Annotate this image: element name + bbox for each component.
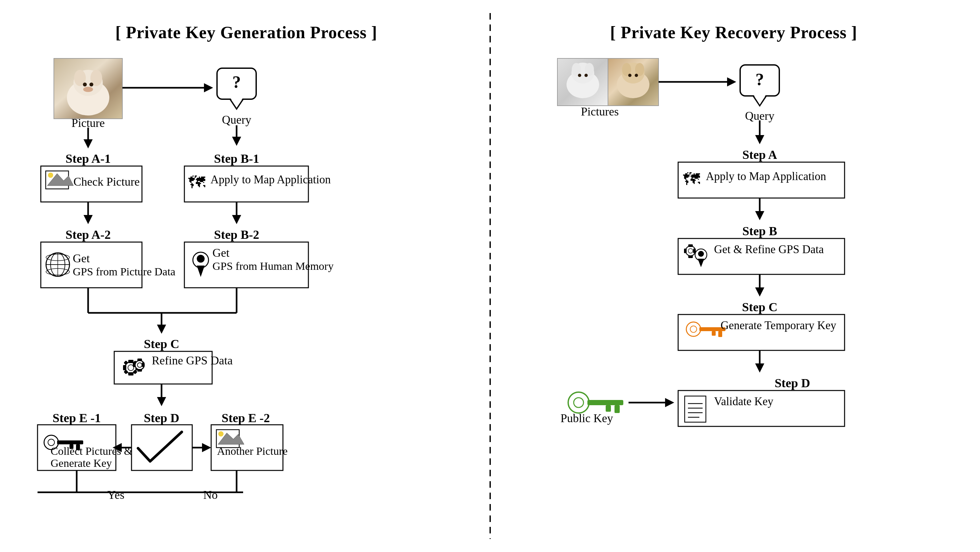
step-c-label: Step C (143, 337, 179, 351)
svg-marker-77 (202, 443, 211, 452)
svg-rect-110 (688, 244, 693, 247)
public-key-label: Public Key (561, 412, 613, 425)
step-b2-label: Step B-2 (214, 228, 259, 242)
svg-marker-118 (755, 288, 764, 297)
svg-marker-63 (157, 397, 166, 406)
svg-point-121 (690, 326, 697, 332)
svg-rect-58 (137, 358, 142, 361)
step-a2-text-line2: GPS from Picture Data (73, 266, 175, 278)
svg-point-8 (83, 87, 93, 92)
right-panel: [ Private Key Recovery Process ] Picture… (494, 13, 974, 539)
svg-point-22 (48, 173, 53, 178)
svg-marker-103 (755, 135, 764, 144)
svg-point-109 (688, 248, 693, 253)
svg-rect-49 (128, 372, 134, 375)
right-step-b-text: Get & Refine GPS Data (714, 243, 824, 256)
svg-point-88 (584, 74, 588, 77)
step-b2-text-line1: Get (212, 246, 229, 259)
left-panel: [ Private Key Generation Process ] (6, 13, 486, 539)
right-step-a-label: Step A (743, 148, 777, 161)
svg-point-95 (635, 74, 638, 77)
step-e2-text: Another Picture (217, 445, 288, 457)
step-a2-text-line1: Get (73, 252, 90, 265)
svg-marker-126 (755, 363, 764, 372)
main-container: [ Private Key Generation Process ] (0, 0, 980, 552)
svg-rect-48 (128, 360, 134, 363)
svg-text:?: ? (756, 70, 764, 89)
svg-point-37 (197, 255, 205, 262)
svg-rect-129 (587, 400, 623, 405)
step-e1-text-line2: Generate Key (51, 457, 112, 469)
svg-point-94 (628, 74, 632, 77)
right-step-d-label: Step D (775, 376, 810, 390)
right-step-c-label: Step C (742, 300, 778, 314)
right-diagram-svg: Pictures ? Query Step A 🗺 Apply to Map A… (538, 55, 929, 528)
svg-rect-130 (614, 405, 620, 413)
yes-label: Yes (107, 488, 124, 501)
svg-rect-135 (685, 396, 706, 422)
svg-rect-124 (712, 331, 716, 336)
svg-rect-112 (684, 248, 687, 253)
step-b1-text: Apply to Map Application (210, 173, 331, 186)
svg-marker-44 (157, 325, 166, 334)
svg-point-128 (574, 398, 584, 407)
step-b1-label: Step B-1 (214, 152, 259, 165)
svg-rect-61 (142, 363, 145, 367)
svg-marker-10 (204, 83, 213, 92)
svg-marker-106 (755, 211, 764, 220)
svg-point-66 (48, 439, 54, 445)
svg-marker-34 (232, 215, 241, 224)
step-a1-label: Step A-1 (65, 152, 111, 165)
svg-rect-111 (688, 255, 693, 258)
step-a1-text: Check Picture (73, 175, 140, 188)
svg-rect-73 (132, 425, 192, 471)
svg-marker-97 (727, 77, 736, 86)
step-b2-text-line2: GPS from Human Memory (212, 260, 334, 272)
svg-point-115 (698, 251, 704, 257)
right-step-a-text: Apply to Map Application (706, 170, 826, 183)
left-diagram-svg: Picture ? Query Step A-1 Check Pictur (34, 55, 458, 528)
svg-point-87 (578, 74, 581, 77)
step-a2-label: Step A-2 (65, 228, 111, 242)
map-icon-b1: 🗺 (188, 173, 205, 192)
no-label: No (203, 488, 218, 501)
svg-rect-131 (606, 405, 611, 412)
left-query-label: Query (222, 113, 251, 126)
svg-rect-60 (133, 363, 135, 367)
pictures-label: Pictures (581, 105, 619, 118)
svg-marker-133 (665, 398, 674, 407)
step-c-text: Refine GPS Data (152, 354, 233, 367)
step-e1-label: Step E -1 (52, 411, 101, 425)
svg-text:?: ? (232, 73, 241, 91)
right-step-d-text: Validate Key (714, 395, 773, 408)
svg-point-6 (83, 83, 87, 86)
panel-divider (490, 13, 491, 539)
left-title: [ Private Key Generation Process ] (115, 23, 377, 42)
svg-rect-123 (718, 331, 722, 337)
svg-rect-67 (57, 441, 83, 444)
svg-point-7 (89, 83, 93, 86)
right-step-b-label: Step B (743, 224, 777, 238)
step-d-label: Step D (143, 411, 179, 425)
svg-marker-16 (232, 137, 241, 146)
right-title: [ Private Key Recovery Process ] (610, 23, 857, 42)
svg-rect-50 (123, 365, 126, 370)
step-e2-label: Step E -2 (221, 411, 270, 425)
svg-point-57 (137, 363, 142, 367)
svg-marker-24 (84, 215, 93, 224)
right-step-c-text: Generate Temporary Key (721, 319, 837, 332)
map-icon-a: 🗺 (683, 170, 700, 189)
svg-point-81 (218, 431, 224, 436)
svg-rect-59 (137, 369, 142, 372)
svg-marker-18 (84, 139, 93, 148)
